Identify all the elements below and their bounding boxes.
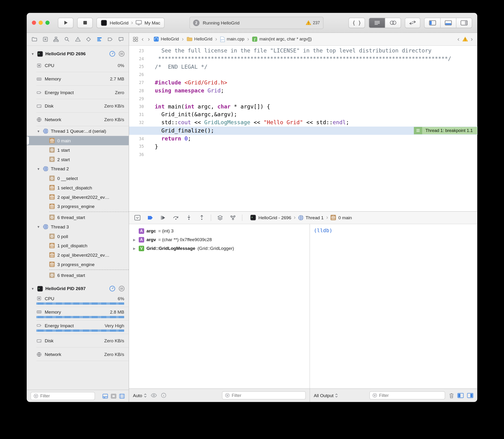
stack-frame-row[interactable]: 0 main (27, 136, 129, 145)
toggle-navigator-button[interactable] (424, 18, 440, 27)
line-number[interactable]: 29 (129, 96, 148, 101)
console-output-select[interactable]: All Output (314, 393, 338, 398)
thread-row[interactable]: ▼Thread 1 Queue:...d (serial) (27, 126, 129, 136)
variables-filter-input[interactable] (232, 393, 303, 398)
minimize-window-button[interactable] (38, 21, 43, 25)
symbol-navigator-tab[interactable] (53, 36, 59, 42)
disclosure-triangle-icon[interactable]: ▼ (36, 129, 41, 133)
project-navigator-tab[interactable] (32, 36, 37, 42)
variable-row[interactable]: Aargc = (int) 3 (129, 227, 310, 235)
breadcrumb-item[interactable]: fmain(int argc, char * argv[]) (252, 37, 312, 42)
line-number[interactable]: 28 (129, 88, 148, 93)
scheme-selector[interactable]: HelloGrid › My Mac (97, 18, 164, 28)
line-number[interactable]: 23 (129, 48, 148, 53)
line-number[interactable]: 36 (129, 152, 148, 157)
variables-view[interactable]: Aargc = (int) 3▶Aargv = (char **) 0x7ffe… (129, 224, 310, 389)
stack-frame-row[interactable]: 6 thread_start (27, 213, 129, 222)
thread-row[interactable]: ▼Thread 2 (27, 164, 129, 174)
gauge-row-energy-impact[interactable]: Energy ImpactVery High (27, 320, 129, 334)
stack-frame-row[interactable]: 0 __select (27, 174, 129, 183)
breakpoints-enabled-button[interactable] (146, 214, 154, 221)
breakpoint-annotation[interactable]: Thread 1: breakpoint 1.1 (414, 127, 477, 134)
process-header-row[interactable]: ▼HelloGrid PID 2697 (27, 284, 129, 293)
toggle-debug-area-button[interactable] (133, 214, 141, 221)
next-issue-button[interactable]: › (470, 36, 473, 42)
disclosure-triangle-icon[interactable]: ▼ (31, 287, 35, 290)
code-line[interactable]: 36 (129, 151, 477, 159)
step-over-button[interactable] (172, 214, 180, 221)
report-navigator-tab[interactable] (118, 36, 124, 42)
gauge-row-energy-impact[interactable]: Energy ImpactZero (27, 86, 129, 99)
stop-button[interactable] (77, 18, 93, 28)
find-navigator-tab[interactable] (64, 36, 70, 42)
disclosure-triangle-icon[interactable]: ▶ (132, 238, 137, 241)
line-number[interactable]: 31 (129, 112, 148, 117)
line-number[interactable]: 30 (129, 104, 148, 109)
filter-toggle-3-icon[interactable] (119, 393, 125, 399)
variable-row[interactable]: ▶Aargv = (char **) 0x7ffee9039c28 (129, 235, 310, 244)
toggle-variables-pane-icon[interactable] (457, 393, 464, 398)
continue-execution-button[interactable] (159, 214, 167, 221)
stack-frame-row[interactable]: 3 progress_engine (27, 259, 129, 269)
related-items-icon[interactable] (133, 37, 138, 42)
step-out-button[interactable] (198, 214, 206, 221)
stack-frame-row[interactable]: 2 start (27, 155, 129, 164)
gauge-row-disk[interactable]: DiskZero KB/s (27, 334, 129, 347)
line-number[interactable]: 25 (129, 64, 148, 69)
gauge-row-memory[interactable]: Memory2.8 MB (27, 307, 129, 320)
info-icon[interactable] (161, 393, 166, 398)
navigator-filter-field[interactable] (31, 392, 95, 400)
test-navigator-tab[interactable] (86, 36, 92, 42)
code-line[interactable]: 27#include <Grid/Grid.h> (129, 79, 477, 86)
debug-breadcrumb-item[interactable]: 0 main (330, 215, 352, 220)
breadcrumb-item[interactable]: HelloGrid (187, 37, 212, 42)
debug-breadcrumb-item[interactable]: Thread 1 (298, 215, 324, 220)
code-line[interactable]: 26 (129, 71, 477, 79)
variable-row[interactable]: ▶VGrid::GridLogMessage (Grid::GridLogger… (129, 244, 310, 253)
disclosure-triangle-icon[interactable]: ▼ (36, 167, 41, 171)
disclosure-triangle-icon[interactable]: ▼ (36, 225, 41, 228)
code-line[interactable]: 35} (129, 143, 477, 151)
breadcrumb-item[interactable]: HelloGrid (153, 37, 179, 42)
line-number[interactable]: 32 (129, 120, 148, 125)
assistant-editor-button[interactable] (385, 18, 400, 27)
thread-row[interactable]: ▼Thread 3 (27, 222, 129, 232)
toggle-console-pane-icon[interactable] (467, 393, 473, 398)
clear-console-trash-icon[interactable] (449, 392, 454, 398)
thread-view-mode-icon[interactable] (118, 285, 125, 292)
breakpoint-navigator-tab[interactable] (107, 36, 113, 42)
gauge-row-cpu[interactable]: CPU6% (27, 293, 129, 307)
view-ui-hierarchy-button[interactable] (216, 214, 224, 221)
run-button[interactable] (58, 18, 73, 28)
issue-navigator-tab[interactable] (75, 36, 81, 42)
stack-frame-row[interactable]: 3 progress_engine (27, 202, 129, 211)
debug-navigator-tab[interactable] (96, 36, 102, 42)
code-line[interactable]: 24 *************************************… (129, 55, 477, 62)
code-snippets-button[interactable]: { } (348, 18, 365, 28)
stack-frame-row[interactable]: 1 poll_dispatch (27, 241, 129, 250)
breadcrumb-item[interactable]: c++main.cpp (220, 36, 245, 42)
source-control-navigator-tab[interactable] (42, 36, 48, 42)
gauge-row-memory[interactable]: Memory2.7 MB (27, 72, 129, 86)
code-line[interactable]: 32 std::cout << GridLogMessage << "Hello… (129, 119, 477, 127)
filter-toggle-2-icon[interactable] (111, 393, 117, 399)
zoom-window-button[interactable] (45, 21, 50, 25)
version-editor-button[interactable] (405, 18, 420, 28)
code-line[interactable]: 28using namespace Grid; (129, 86, 477, 95)
toggle-inspector-button[interactable] (456, 18, 472, 27)
filter-toggle-1-icon[interactable] (102, 393, 108, 399)
step-into-button[interactable] (185, 214, 193, 221)
console-filter-field[interactable] (370, 391, 445, 399)
disclosure-triangle-icon[interactable]: ▼ (31, 52, 35, 56)
activity-viewer[interactable]: 2 Running HelloGrid 237 (189, 17, 323, 29)
stack-frame-row[interactable]: 1 start (27, 145, 129, 155)
close-window-button[interactable] (32, 21, 36, 25)
thread-view-mode-icon[interactable] (118, 50, 125, 57)
quicklook-eye-icon[interactable] (151, 393, 157, 398)
debug-breadcrumb-item[interactable]: HelloGrid - 2696 (250, 215, 291, 221)
line-number[interactable]: 35 (129, 144, 148, 149)
gauge-row-network[interactable]: NetworkZero KB/s (27, 347, 129, 361)
console[interactable]: (lldb) (310, 224, 477, 389)
console-filter-input[interactable] (379, 393, 442, 398)
standard-editor-button[interactable] (369, 18, 385, 27)
